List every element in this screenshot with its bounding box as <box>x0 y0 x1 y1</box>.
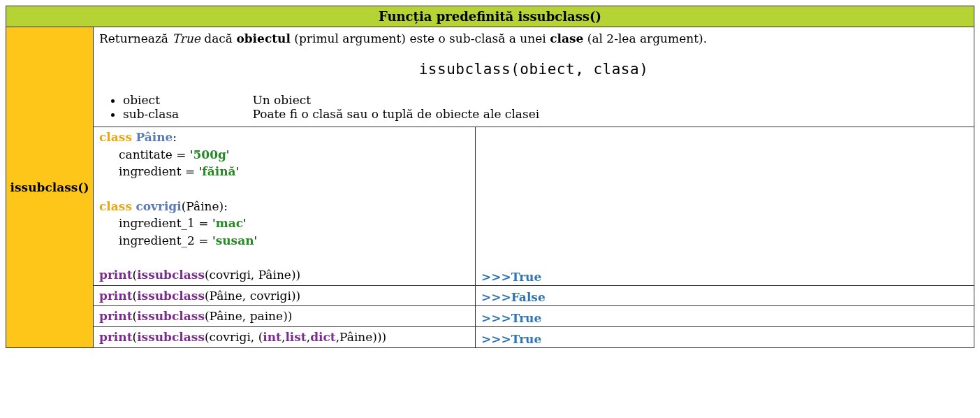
output-1: >>>True <box>476 127 974 286</box>
prompt: >>> <box>481 311 511 325</box>
fn-print: print <box>99 309 133 323</box>
table-title: Funcția predefinită issubclass() <box>6 6 974 27</box>
output-2: >>>False <box>476 285 974 306</box>
fn-issubclass: issubclass <box>137 268 205 282</box>
kw-class: class <box>99 199 132 213</box>
class-name-paine: Pâine <box>136 130 173 144</box>
function-signature: issubclass(obiect, clasa) <box>99 61 968 78</box>
param-item: sub-clasa Poate fi o clasă sau o tuplă d… <box>123 107 968 121</box>
type-dict: dict <box>310 330 336 344</box>
desc-suffix: (al 2-lea argument). <box>583 31 707 45</box>
desc-true: True <box>172 31 200 45</box>
output-3: >>>True <box>476 306 974 327</box>
code-line-3: print(issubclass(Pâine, paine)) <box>94 306 476 327</box>
fn-issubclass: issubclass <box>137 289 205 303</box>
prompt: >>> <box>481 332 511 346</box>
str-faina: făină <box>202 164 235 178</box>
param-desc: Un obiect <box>252 93 311 107</box>
desc-prefix: Returnează <box>99 31 172 45</box>
output-true: True <box>511 270 542 284</box>
fn-print: print <box>99 268 133 282</box>
type-list: list <box>285 330 306 344</box>
function-name-cell: issubclass() <box>6 27 94 348</box>
issubclass-table: Funcția predefinită issubclass() issubcl… <box>6 6 974 348</box>
fn-issubclass: issubclass <box>137 330 205 344</box>
example-row-1: class Pâine: cantitate = '500g' ingredie… <box>6 127 974 286</box>
output-4: >>>True <box>476 327 974 348</box>
desc-bold-obj: obiectul <box>236 31 291 45</box>
desc-bold-cls: clase <box>550 31 583 45</box>
description-text: Returnează True dacă obiectul (primul ar… <box>99 31 968 45</box>
param-name: sub-clasa <box>123 107 249 121</box>
desc-mid1: dacă <box>200 31 236 45</box>
prompt: >>> <box>481 290 511 304</box>
param-desc: Poate fi o clasă sau o tuplă de obiecte … <box>252 107 539 121</box>
str-susan: susan <box>216 233 254 247</box>
table-header-row: Funcția predefinită issubclass() <box>6 6 974 27</box>
example-row-3: print(issubclass(Pâine, paine)) >>>True <box>6 306 974 327</box>
example-row-2: print(issubclass(Pâine, covrigi)) >>>Fal… <box>6 285 974 306</box>
param-name: obiect <box>123 93 249 107</box>
str-500g: 500g <box>193 147 226 161</box>
param-item: obiect Un obiect <box>123 93 968 107</box>
fn-issubclass: issubclass <box>137 309 205 323</box>
output-true: True <box>511 332 542 346</box>
fn-print: print <box>99 330 133 344</box>
output-false: False <box>511 290 546 304</box>
type-int: int <box>263 330 281 344</box>
class-name-covrigi: covrigi <box>136 199 181 213</box>
code-line-4: print(issubclass(covrigi, (int,list,dict… <box>94 327 476 348</box>
description-cell: Returnează True dacă obiectul (primul ar… <box>94 27 974 127</box>
code-line-2: print(issubclass(Pâine, covrigi)) <box>94 285 476 306</box>
output-true: True <box>511 311 542 325</box>
params-list: obiect Un obiect sub-clasa Poate fi o cl… <box>123 93 968 121</box>
prompt: >>> <box>481 270 511 284</box>
desc-mid2: (primul argument) este o sub-clasă a une… <box>291 31 550 45</box>
example-row-4: print(issubclass(covrigi, (int,list,dict… <box>6 327 974 348</box>
fn-print: print <box>99 289 133 303</box>
str-mac: mac <box>216 216 243 230</box>
kw-class: class <box>99 130 132 144</box>
code-block-1: class Pâine: cantitate = '500g' ingredie… <box>94 127 476 286</box>
